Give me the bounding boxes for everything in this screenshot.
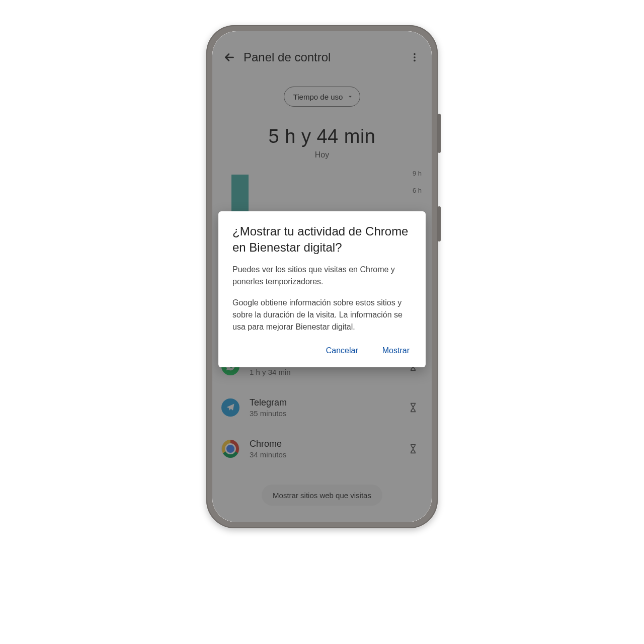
set-timer-button[interactable] [407,442,420,455]
filter-chip-screen-time[interactable]: Tiempo de uso [284,87,361,107]
svg-point-0 [414,53,416,55]
dialog-body-paragraph: Puedes ver los sitios que visitas en Chr… [232,264,412,288]
hourglass-icon [408,443,418,454]
app-row-chrome[interactable]: Chrome 34 minutos [212,428,432,469]
hourglass-icon [408,402,418,413]
cancel-button[interactable]: Cancelar [324,342,360,359]
back-button[interactable] [217,45,242,69]
more-vert-icon [409,52,420,63]
confirm-dialog: ¿Mostrar tu actividad de Chrome en Biene… [218,211,426,367]
confirm-button[interactable]: Mostrar [380,342,412,359]
phone-screen: Panel de control Tiempo de uso 5 h y 44 … [212,31,432,522]
total-usage-time: 5 h y 44 min [212,126,432,147]
dialog-title: ¿Mostrar tu actividad de Chrome en Biene… [232,223,412,256]
bottom-chip-row: Mostrar sitios web que visitas [212,485,432,506]
app-duration: 35 minutos [250,409,396,418]
app-name: Telegram [250,397,396,408]
app-duration: 1 h y 34 min [250,368,396,376]
date-range-label: Hoy [212,150,432,159]
svg-point-1 [414,56,416,58]
chrome-icon [221,440,239,458]
set-timer-button[interactable] [407,401,420,414]
show-websites-chip[interactable]: Mostrar sitios web que visitas [262,485,382,506]
app-bar: Panel de control [212,31,432,84]
dialog-body: Puedes ver los sitios que visitas en Chr… [232,264,412,333]
app-name: Chrome [250,439,396,449]
phone-frame: Panel de control Tiempo de uso 5 h y 44 … [206,25,438,528]
chart-y-label: 9 h [413,170,422,177]
dialog-body-paragraph: Google obtiene información sobre estos s… [232,297,412,333]
page-title: Panel de control [242,50,403,64]
filter-chip-label: Tiempo de uso [293,93,343,101]
chevron-down-icon [347,93,354,100]
svg-point-2 [414,60,416,62]
filter-row: Tiempo de uso [212,84,432,112]
show-websites-chip-label: Mostrar sitios web que visitas [273,491,371,500]
dialog-actions: Cancelar Mostrar [232,342,412,359]
chart-y-label: 6 h [413,187,422,194]
overflow-menu-button[interactable] [403,45,427,69]
telegram-icon [221,398,239,417]
app-row-telegram[interactable]: Telegram 35 minutos [212,387,432,428]
app-duration: 34 minutos [250,450,396,459]
back-arrow-icon [223,51,236,64]
